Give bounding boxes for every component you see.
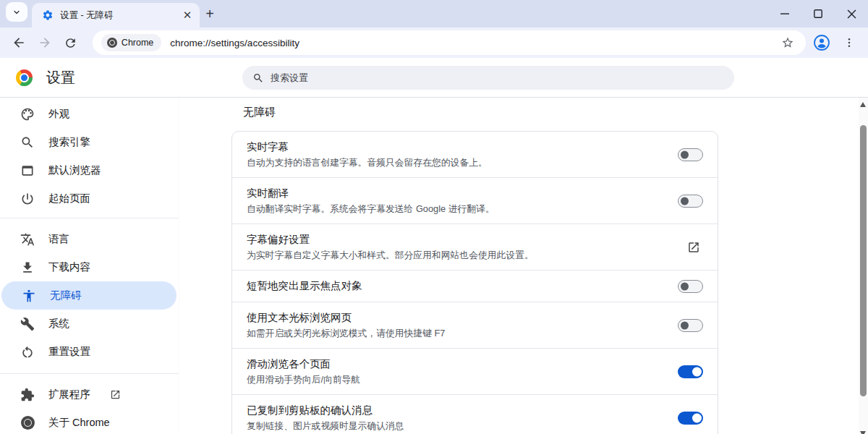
profile-icon xyxy=(813,34,830,51)
sidebar-item-reset[interactable]: 重置设置 xyxy=(0,338,176,366)
sidebar-item-downloads[interactable]: 下载内容 xyxy=(0,253,176,281)
setting-title: 字幕偏好设置 xyxy=(247,232,667,247)
profile-button[interactable] xyxy=(810,31,833,54)
sidebar-item-search-engine[interactable]: 搜索引擎 xyxy=(0,128,176,156)
scroll-down-icon[interactable] xyxy=(860,431,866,434)
toggle-switch[interactable] xyxy=(678,195,703,208)
sidebar-item-label: 语言 xyxy=(48,232,69,246)
toggle-switch[interactable] xyxy=(678,280,703,293)
sidebar-item-appearance[interactable]: 外观 xyxy=(0,100,176,128)
setting-subtitle: 使用滑动手势向后/向前导航 xyxy=(247,373,660,386)
sidebar-item-label: 默认浏览器 xyxy=(48,163,101,177)
sidebar-item-label: 无障碍 xyxy=(50,289,82,302)
toggle-switch[interactable] xyxy=(678,365,703,378)
translate-icon xyxy=(20,232,35,247)
setting-title: 短暂地突出显示焦点对象 xyxy=(247,278,660,294)
setting-subtitle: 自动为支持的语言创建字幕。音频只会留存在您的设备上。 xyxy=(247,156,660,169)
star-icon xyxy=(781,36,794,49)
setting-row-swipe-navigation: 滑动浏览各个页面 使用滑动手势向后/向前导航 xyxy=(232,348,718,394)
sidebar-item-label: 系统 xyxy=(48,317,69,331)
chrome-logo xyxy=(16,69,33,86)
reload-button[interactable] xyxy=(61,33,81,53)
sidebar-item-accessibility[interactable]: 无障碍 xyxy=(1,281,176,310)
toggle-knob xyxy=(692,367,702,376)
power-icon xyxy=(20,192,35,206)
setting-row-caption-preferences: 字幕偏好设置 为实时字幕自定义字幕大小和样式。部分应用和网站也会使用此设置。 xyxy=(232,224,718,270)
close-window-button[interactable] xyxy=(835,0,868,27)
reload-icon xyxy=(64,36,77,50)
puzzle-icon xyxy=(20,388,35,402)
site-info-chip[interactable]: Chrome xyxy=(101,34,161,51)
site-chip-label: Chrome xyxy=(122,38,153,48)
minimize-button[interactable] xyxy=(768,0,801,27)
sidebar-item-languages[interactable]: 语言 xyxy=(0,225,176,253)
chrome-logo-gray-icon xyxy=(107,38,117,48)
scrollbar-thumb[interactable] xyxy=(860,125,867,396)
browser-menu-button[interactable] xyxy=(838,31,861,54)
settings-header: 设置 xyxy=(0,58,868,98)
sidebar-item-label: 搜索引擎 xyxy=(48,135,90,149)
setting-title: 已复制到剪贴板的确认消息 xyxy=(247,403,660,418)
gear-icon xyxy=(42,9,54,21)
sidebar-item-on-startup[interactable]: 起始页面 xyxy=(0,184,176,213)
sidebar-item-label: 起始页面 xyxy=(48,192,90,205)
url-text[interactable]: chrome://settings/accessibility xyxy=(170,38,299,48)
tab-list-button[interactable] xyxy=(6,2,27,22)
address-bar[interactable]: Chrome chrome://settings/accessibility xyxy=(93,30,806,55)
toggle-knob xyxy=(681,150,689,158)
window-controls xyxy=(768,0,868,27)
toggle-switch[interactable] xyxy=(678,148,703,161)
sidebar-divider xyxy=(0,373,179,374)
setting-row-focus-highlight: 短暂地突出显示焦点对象 xyxy=(232,270,718,302)
page-title: 无障碍 xyxy=(243,106,276,119)
setting-subtitle: 如需开启或关闭光标浏览模式，请使用快捷键 F7 xyxy=(247,326,660,340)
search-icon xyxy=(20,135,35,150)
setting-title: 实时字幕 xyxy=(247,140,660,155)
sidebar-item-label: 下载内容 xyxy=(48,260,90,274)
setting-title: 使用文本光标浏览网页 xyxy=(247,310,660,326)
browser-tab[interactable]: 设置 - 无障碍 ✕ xyxy=(32,3,200,27)
setting-row-clipboard-confirmation: 已复制到剪贴板的确认消息 复制链接、图片或视频时显示确认消息 xyxy=(232,394,718,434)
download-icon xyxy=(20,260,35,275)
toggle-knob xyxy=(692,413,702,422)
toggle-knob xyxy=(681,282,689,290)
back-button[interactable] xyxy=(9,33,29,53)
toggle-knob xyxy=(681,197,689,205)
setting-title: 实时翻译 xyxy=(247,186,660,201)
settings-card: 实时字幕 自动为支持的语言创建字幕。音频只会留存在您的设备上。 实时翻译 自动翻… xyxy=(231,131,718,434)
chevron-down-icon xyxy=(12,8,21,17)
search-icon xyxy=(252,72,264,84)
sidebar-item-label: 外观 xyxy=(48,107,69,121)
sidebar-item-system[interactable]: 系统 xyxy=(0,310,176,338)
sidebar-item-label: 关于 Chrome xyxy=(48,416,110,430)
close-icon xyxy=(847,9,856,19)
toggle-switch[interactable] xyxy=(678,412,703,425)
bookmark-button[interactable] xyxy=(778,33,797,52)
tab-title: 设置 - 无障碍 xyxy=(60,9,181,22)
wrench-icon xyxy=(20,317,35,331)
search-input[interactable] xyxy=(271,72,724,83)
setting-subtitle: 为实时字幕自定义字幕大小和样式。部分应用和网站也会使用此设置。 xyxy=(247,248,667,262)
new-tab-button[interactable]: + xyxy=(200,4,220,24)
setting-row-live-translate: 实时翻译 自动翻译实时字幕。系统会将字幕发送给 Google 进行翻译。 xyxy=(232,177,718,224)
toggle-switch[interactable] xyxy=(678,319,703,332)
sidebar-item-about-chrome[interactable]: 关于 Chrome xyxy=(0,409,176,434)
forward-arrow-icon xyxy=(38,35,52,50)
open-in-new-icon xyxy=(110,389,121,400)
open-in-new-icon xyxy=(687,241,700,254)
chrome-logo-gray-icon xyxy=(20,416,35,430)
sidebar-item-default-browser[interactable]: 默认浏览器 xyxy=(0,156,176,184)
setting-row-live-caption: 实时字幕 自动为支持的语言创建字幕。音频只会留存在您的设备上。 xyxy=(232,132,718,177)
tab-close-button[interactable]: ✕ xyxy=(181,9,194,22)
settings-sidebar: 外观 搜索引擎 默认浏览器 起始页面 语言 下载内容 无障碍 系 xyxy=(0,98,179,434)
settings-search-box[interactable] xyxy=(242,66,734,90)
maximize-button[interactable] xyxy=(801,0,835,27)
three-dot-menu-icon xyxy=(843,37,855,48)
forward-button[interactable] xyxy=(35,33,55,53)
open-in-new-button[interactable] xyxy=(684,238,703,257)
tab-strip: 设置 - 无障碍 ✕ + xyxy=(0,0,868,27)
main-scrollbar[interactable] xyxy=(859,98,868,434)
maximize-icon xyxy=(814,9,822,18)
scroll-up-icon[interactable] xyxy=(860,102,866,107)
sidebar-item-extensions[interactable]: 扩展程序 xyxy=(0,380,176,409)
